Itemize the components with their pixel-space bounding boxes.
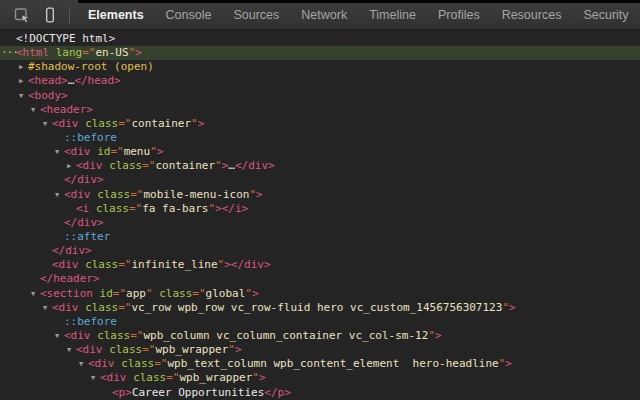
token-tg: <header> [40,103,93,116]
token-pu: " [228,343,235,356]
token-at: class [109,343,142,356]
token-pu: " [215,159,222,172]
tab-sources[interactable]: Sources [222,0,290,29]
expand-arrow-open-icon[interactable]: ▼ [51,145,63,159]
token-pl: … [228,159,235,172]
token-pu: " [146,287,159,300]
token-tg: <div [64,188,97,201]
dom-tree-row[interactable]: ::before [0,131,640,145]
tab-console[interactable]: Console [155,0,223,29]
token-tg: <div [64,145,97,158]
token-tg: <i [76,202,96,215]
dom-tree-row[interactable]: ▶<div class="container">…</div> [0,159,640,173]
token-vl: wpb_wrapper [156,343,229,356]
expand-arrow-open-icon[interactable]: ▼ [27,287,39,301]
tab-resources[interactable]: Resources [491,0,573,29]
token-tg: <body> [28,89,68,102]
tab-elements[interactable]: Elements [77,0,155,29]
token-tg: <div [76,343,109,356]
tab-network[interactable]: Network [290,0,358,29]
dom-tree-row-selected[interactable]: ···<html lang="en-US"> [0,46,640,60]
token-pu: =" [110,145,123,158]
dom-tree-row[interactable]: </div> [0,173,640,187]
dom-tree-row[interactable]: ▼<div class="container"> [0,117,640,131]
token-sh: #shadow-root (open) [28,60,154,73]
token-vl: app [126,287,146,300]
expand-arrow-open-icon[interactable]: ▼ [51,188,63,202]
dom-tree-row[interactable]: <!DOCTYPE html> [0,32,640,46]
token-tg: > [256,188,263,201]
token-tg: > [435,329,442,342]
token-pu: " [252,371,259,384]
dom-tree-row[interactable]: ▼<div class="wpb_wrapper"> [0,371,640,385]
token-vl: fa fa-bars [142,202,208,215]
token-tg: </head> [74,74,120,87]
dom-tree-row[interactable]: ▶<head>…</head> [0,74,640,88]
expand-arrow-closed-icon[interactable]: ▶ [15,74,27,88]
token-vl: container [156,159,216,172]
device-toolbar-icon[interactable] [42,7,58,23]
selected-row-dots-icon: ··· [1,46,18,60]
dom-tree-row[interactable]: ▼<div class="mobile-menu-icon"> [0,188,640,202]
dom-tree[interactable]: <!DOCTYPE html>···<html lang="en-US">▶#s… [0,31,640,400]
token-pl: Career Opportunities [132,386,264,399]
token-tg: <p> [112,386,132,399]
token-tg: > [157,145,164,158]
expand-arrow-open-icon[interactable]: ▼ [63,343,75,357]
token-ps: ::after [64,230,110,243]
dom-tree-row[interactable]: ::before [0,315,640,329]
dom-tree-row[interactable]: ▼<body> [0,89,640,103]
token-tg: </div> [64,173,104,186]
token-pu: =" [130,329,143,342]
dom-tree-row[interactable]: ▼<section id="app" class="global"> [0,287,640,301]
token-tg: > [505,357,512,370]
dom-tree-row[interactable]: ▼<div class="wpb_column vc_column_contai… [0,329,640,343]
window-edge-strip [78,0,640,3]
expand-arrow-open-icon[interactable]: ▼ [27,103,39,117]
dom-tree-row[interactable]: ▼<header> [0,103,640,117]
token-pu: =" [118,117,131,130]
token-pu: " [150,145,157,158]
dom-tree-row[interactable]: ▼<div class="wpb_text_column wpb_content… [0,357,640,371]
token-tg: <div [52,301,85,314]
expand-arrow-open-icon[interactable]: ▼ [39,117,51,131]
expand-arrow-open-icon[interactable]: ▼ [15,89,27,103]
expand-arrow-closed-icon[interactable]: ▶ [63,159,75,173]
token-vl: mobile-menu-icon [144,188,250,201]
tab-security[interactable]: Security [572,0,639,29]
token-pu: =" [166,371,179,384]
token-vl: wpb_column vc_column_container vc_col-sm… [144,329,429,342]
dom-tree-row[interactable]: </header> [0,272,640,286]
token-tg: </div> [235,159,275,172]
expand-arrow-closed-icon[interactable]: ▶ [15,60,27,74]
dom-tree-row[interactable]: </div> [0,244,640,258]
token-pu: =" [118,301,131,314]
expand-arrow-open-icon[interactable]: ▼ [87,371,99,385]
token-at: class [85,301,118,314]
token-pu: " [502,301,509,314]
expand-arrow-open-icon[interactable]: ▼ [51,329,63,343]
toolbar-separator [69,6,70,24]
dom-tree-row[interactable]: ▶#shadow-root (open) [0,60,640,74]
token-pl: <!DOCTYPE html> [16,32,115,45]
tab-profiles[interactable]: Profiles [427,0,491,29]
tab-timeline[interactable]: Timeline [358,0,427,29]
inspect-element-icon[interactable] [14,7,30,23]
token-at: id [100,287,113,300]
token-tg: > [509,301,516,314]
token-vl: infinite_line [132,258,218,271]
dom-tree-row[interactable]: <i class="fa fa-bars"></i> [0,202,640,216]
token-tg: > [259,371,266,384]
expand-arrow-open-icon[interactable]: ▼ [75,357,87,371]
dom-tree-row[interactable]: ::after [0,230,640,244]
dom-tree-row[interactable]: ▼<div class="wpb_wrapper"> [0,343,640,357]
dom-tree-row[interactable]: ▼<div class="vc_row wpb_row vc_row-fluid… [0,301,640,315]
devtools-toolbar: ElementsConsoleSourcesNetworkTimelinePro… [0,0,640,30]
token-vl: container [132,117,192,130]
dom-tree-row[interactable]: </div> [0,216,640,230]
dom-tree-row[interactable]: ▼<div id="menu"> [0,145,640,159]
token-tg: <head> [28,74,68,87]
dom-tree-row[interactable]: <div class="infinite_line"></div> [0,258,640,272]
dom-tree-row[interactable]: <p>Career Opportunities</p> [0,386,640,400]
expand-arrow-open-icon[interactable]: ▼ [39,301,51,315]
